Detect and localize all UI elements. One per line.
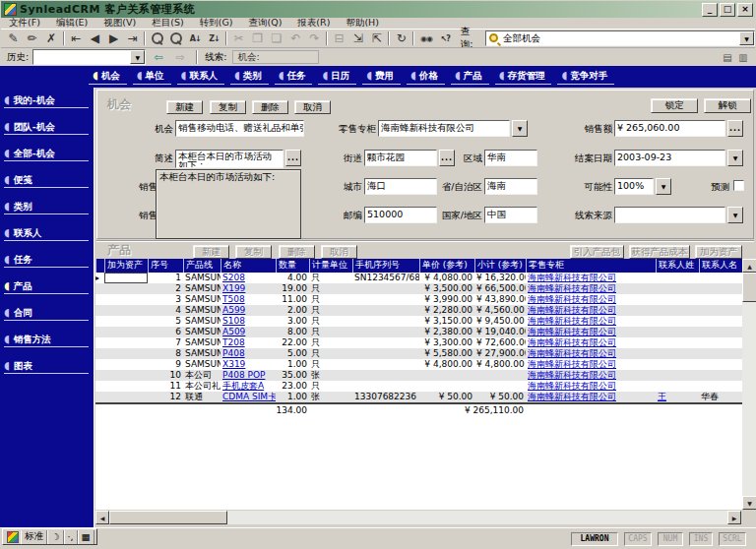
- sidebar-item-notes[interactable]: ◖ 便笺: [4, 173, 89, 188]
- contact-last-name-link[interactable]: [656, 337, 699, 348]
- forecast-checkbox[interactable]: [733, 180, 744, 191]
- lead-source-field[interactable]: [614, 207, 725, 223]
- amount-field[interactable]: ¥ 265,060.00: [614, 120, 725, 137]
- column-header[interactable]: 单价 (参考): [419, 259, 474, 273]
- table-row[interactable]: ▸ 1 SAMSUNG S208 4.00 只 SN1234567/68/ ¥ …: [95, 273, 742, 283]
- contact-last-name-link[interactable]: [656, 273, 699, 283]
- sidebar-item-team-opportunities[interactable]: ◖ 团队-机会: [4, 120, 89, 135]
- product-delete-button[interactable]: 删除: [279, 245, 315, 259]
- scroll-left-icon[interactable]: ◀: [95, 511, 109, 524]
- product-name-link[interactable]: A599: [220, 305, 276, 316]
- sidebar-item-contacts[interactable]: ◖ 联系人: [4, 226, 89, 241]
- opportunity-field[interactable]: 销售移动电话、赠送礼品和单张: [175, 120, 304, 137]
- ime-fullhalf-icon[interactable]: ☽: [47, 530, 64, 544]
- table-row[interactable]: 2 SAMSUNG X199 19.00 只 ¥ 3,500.00 ¥ 66,5…: [95, 283, 742, 294]
- tab-company[interactable]: ◖ 单位: [133, 69, 171, 85]
- delete-record-icon[interactable]: ✗: [41, 30, 60, 47]
- product-new-button[interactable]: 新建: [193, 245, 229, 259]
- close-button[interactable]: ×: [737, 3, 753, 17]
- prev-record-icon[interactable]: ◀: [86, 30, 104, 47]
- scroll-right-icon[interactable]: ▶: [727, 511, 741, 524]
- column-header[interactable]: 数量: [276, 259, 309, 273]
- export-icon[interactable]: ⇲: [348, 30, 367, 47]
- sidebar-item-charts[interactable]: ◖ 图表: [4, 359, 89, 374]
- history-forward-icon[interactable]: ⇨: [171, 49, 189, 65]
- add-as-asset-button[interactable]: 加为资产: [695, 245, 742, 259]
- horizontal-scroll-thumb[interactable]: [109, 511, 227, 524]
- amount-ellipsis-button[interactable]: ...: [727, 120, 743, 137]
- tab-contacts[interactable]: ◖ 联系人: [177, 69, 224, 85]
- vertical-scroll-thumb[interactable]: [742, 273, 756, 302]
- opportunity-copy-button[interactable]: 复制: [210, 100, 246, 114]
- store-link[interactable]: 海南蜂新科技有限公司: [526, 337, 656, 348]
- ime-mode-button[interactable]: 标准: [21, 530, 47, 544]
- table-row[interactable]: 8 SAMSUNG P408 5.00 只 ¥ 5,580.00 ¥ 27,90…: [95, 348, 742, 359]
- store-field[interactable]: 海南蜂新科技有限公司: [378, 120, 510, 137]
- table-row[interactable]: 4 SAMSUNG A599 2.00 只 ¥ 2,280.00 ¥ 4,560…: [95, 305, 742, 316]
- opportunity-cancel-button[interactable]: 取消: [294, 100, 331, 114]
- search-icon[interactable]: [148, 30, 166, 47]
- grid-view-icon[interactable]: ▤: [720, 50, 735, 65]
- tab-calendar[interactable]: ◖ 日历: [318, 69, 356, 85]
- column-header[interactable]: 联系人名: [699, 259, 741, 273]
- product-name-link[interactable]: T508: [220, 294, 276, 305]
- sidebar-item-my-opportunities[interactable]: ◖ 我的-机会: [4, 93, 89, 108]
- column-header[interactable]: 联系人姓: [656, 259, 699, 273]
- brief-field[interactable]: 本柜台本日的市场活动如下 :: [175, 150, 284, 168]
- sidebar-item-tasks[interactable]: ◖ 任务: [4, 253, 89, 268]
- ime-logo-icon[interactable]: [7, 531, 19, 543]
- query-combo[interactable]: 全部机会 ▼: [485, 30, 755, 46]
- column-header[interactable]: 零售专柜: [526, 259, 656, 273]
- product-copy-button[interactable]: 复制: [235, 245, 272, 259]
- contact-last-name-link[interactable]: [656, 327, 699, 337]
- store-link[interactable]: 海南蜂新科技有限公司: [526, 370, 656, 381]
- table-vertical-scrollbar[interactable]: ▲ ▼: [742, 259, 756, 510]
- import-product-package-button[interactable]: 引入产品包: [570, 245, 624, 259]
- province-field[interactable]: 海南: [484, 178, 537, 195]
- contact-last-name-link[interactable]: 王: [656, 392, 699, 402]
- product-name-link[interactable]: S208: [220, 273, 276, 283]
- history-combo[interactable]: ▼: [32, 49, 146, 65]
- product-name-link[interactable]: 手机皮套A: [220, 381, 276, 392]
- advanced-search-icon[interactable]: [166, 30, 185, 47]
- table-horizontal-scrollbar[interactable]: ◀ ▶: [95, 511, 741, 524]
- tab-price[interactable]: ◖ 价格: [407, 69, 445, 85]
- form-view-icon[interactable]: ▥: [735, 50, 751, 65]
- ime-keyboard-icon[interactable]: ▦: [78, 530, 94, 544]
- probability-dropdown-button[interactable]: ▼: [656, 178, 671, 195]
- store-dropdown-button[interactable]: ▼: [512, 120, 528, 137]
- country-field[interactable]: 中国: [484, 207, 537, 223]
- product-name-link[interactable]: A509: [220, 327, 276, 337]
- sort-desc-icon[interactable]: Z↓: [205, 30, 223, 47]
- history-back-icon[interactable]: ⇦: [150, 49, 167, 65]
- unlock-button[interactable]: 解锁: [704, 98, 751, 113]
- close-date-field[interactable]: 2003-09-23: [614, 150, 725, 166]
- zip-field[interactable]: 510000: [364, 207, 437, 223]
- table-row[interactable]: 12 联通 CDMA SIM卡 1.00 张 13307682236 ¥ 50.…: [95, 392, 742, 402]
- restore-button[interactable]: □: [720, 3, 735, 17]
- first-record-icon[interactable]: ⇤: [66, 30, 85, 47]
- column-header[interactable]: 产品线: [183, 259, 220, 273]
- sidebar-item-category[interactable]: ◖ 类别: [4, 200, 89, 214]
- street-ellipsis-button[interactable]: ...: [439, 150, 455, 166]
- column-header[interactable]: 手机序列号: [352, 259, 419, 273]
- last-record-icon[interactable]: ⇥: [123, 30, 142, 47]
- lead-source-dropdown-button[interactable]: ▼: [727, 207, 743, 223]
- store-link[interactable]: 海南蜂新科技有限公司: [526, 283, 656, 294]
- product-name-link[interactable]: P408: [220, 348, 276, 359]
- copy-icon[interactable]: ❐: [248, 30, 267, 47]
- print-icon[interactable]: ⊟: [330, 30, 348, 47]
- sidebar-item-products[interactable]: ◖ 产品: [4, 279, 89, 294]
- table-row[interactable]: 11 本公司礼 手机皮套A 23.00 只 海南蜂新科技有限公司: [95, 381, 742, 392]
- ime-punctuation-icon[interactable]: ·,: [64, 530, 78, 544]
- store-link[interactable]: 海南蜂新科技有限公司: [526, 348, 656, 359]
- brief-memo-popup[interactable]: 本柜台本日的市场活动如下:: [156, 169, 301, 239]
- column-header[interactable]: 加为资产: [104, 259, 148, 273]
- probability-field[interactable]: 100%: [614, 178, 654, 195]
- tab-expense[interactable]: ◖ 费用: [362, 69, 401, 85]
- table-row[interactable]: 7 SAMSUNG T208 22.00 只 ¥ 3,300.00 ¥ 72,6…: [95, 337, 742, 348]
- table-row[interactable]: 9 SAMSUNG X319 1.00 只 ¥ 4,800.00 ¥ 4,800…: [95, 359, 742, 370]
- product-name-link[interactable]: X199: [220, 283, 276, 294]
- brief-ellipsis-button[interactable]: ...: [285, 150, 301, 166]
- table-row[interactable]: 10 本公司 P408 POP 35.00 张 海南蜂新科技有限公司: [95, 370, 742, 381]
